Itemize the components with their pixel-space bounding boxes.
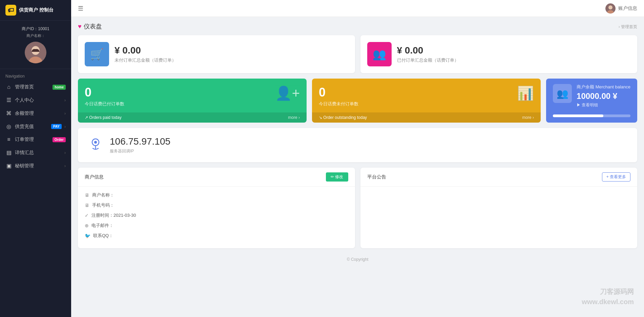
page-title: ♥ 仪表盘: [78, 22, 102, 30]
arrow-icon: ›: [64, 98, 66, 103]
ip-icon: [88, 136, 103, 154]
merchant-name-field: 🖥 商户名称：: [85, 192, 348, 198]
details-icon: ▤: [5, 149, 12, 156]
today-paid-icon: 👤+: [275, 85, 300, 101]
home-icon: ⌂: [5, 84, 12, 90]
register-time-label: 注册时间：2021-03-30: [91, 212, 136, 218]
monitor-icon: 🖥: [85, 192, 89, 198]
menu-toggle-button[interactable]: ☰: [78, 5, 83, 12]
sidebar: 🏷 供货商户 控制台 商户ID：10001 商户名称： Navigation ⌂…: [0, 0, 71, 317]
balance-progress: [553, 114, 630, 117]
announcement-title: 平台公告: [367, 174, 386, 180]
balance-icon: ⌘: [5, 110, 12, 117]
secrets-icon: ▣: [5, 163, 12, 169]
sidebar-item-label-home: 管理首页: [15, 84, 50, 90]
sidebar-item-balance[interactable]: ⌘ 余额管理 ›: [0, 107, 71, 120]
account-button[interactable]: 账户信息: [605, 3, 637, 14]
logo-icon: 🏷: [5, 5, 16, 16]
merchant-info-card: 商户信息 ✏ 修改 🖥 商户名称： 🖥 手机号码： ✓ 注册时间：2021-03…: [78, 168, 355, 248]
unpaid-amount: ¥ 0.00: [115, 45, 176, 56]
balance-card-icon: 👥: [553, 84, 572, 103]
orders-outstanding-text: ↘ Order outstanding today: [319, 115, 367, 120]
paid-label: 已付订单汇总金额（话费订单）: [397, 57, 459, 63]
sidebar-item-label-recharge: 供货充值: [15, 124, 48, 130]
arrow-icon-3: ›: [64, 124, 66, 129]
today-unpaid-label: 今日话费未付订单数: [319, 101, 358, 107]
email-icon: ⊕: [85, 223, 89, 228]
unpaid-orders-icon: 🛒: [85, 42, 109, 66]
today-paid-label: 今日话费已付订单数: [85, 101, 124, 107]
sidebar-item-orders[interactable]: ≡ 订单管理 Order: [0, 133, 71, 146]
heart-icon: ♥: [78, 23, 82, 30]
phone-icon: 🖥: [85, 203, 89, 208]
merchant-name: 商户名称：: [3, 33, 68, 38]
ip-section: 106.75.97.105 服务器回调IP: [78, 128, 637, 162]
avatar: [25, 42, 46, 63]
yellow-more-link[interactable]: more ›: [522, 115, 534, 120]
main-content: ♥ 仪表盘 › 管理首页 🛒 ¥ 0.00 未付订单汇总金额（话费订单） 👥 ¥…: [71, 17, 644, 317]
qq-field: 🐦 联系QQ：: [85, 233, 348, 239]
merchant-info-card-title: 商户信息: [85, 174, 104, 180]
merchant-id: 商户ID：10001: [3, 26, 68, 32]
email-label: 电子邮件：: [91, 223, 113, 229]
sidebar-item-secrets[interactable]: ▣ 秘钥管理 ›: [0, 159, 71, 172]
topbar-avatar: [605, 3, 616, 14]
register-time-field: ✓ 注册时间：2021-03-30: [85, 212, 348, 218]
orders-paid-today-text: ↗ Orders paid today: [85, 115, 122, 120]
bottom-row: 商户信息 ✏ 修改 🖥 商户名称： 🖥 手机号码： ✓ 注册时间：2021-03…: [78, 168, 637, 248]
arrow-icon-4: ›: [64, 150, 66, 155]
balance-card: 👥 商户余额 Merchant balance 10000.00 ¥ ▶ 查看明…: [546, 79, 637, 123]
today-unpaid-num: 0: [319, 85, 358, 100]
sidebar-item-details[interactable]: ▤ 详情汇总 ›: [0, 146, 71, 159]
arrow-icon-5: ›: [64, 164, 66, 168]
breadcrumb-home: 管理首页: [621, 24, 637, 29]
qq-label: 联系QQ：: [93, 233, 113, 239]
announcement-body: [360, 187, 638, 248]
svg-point-4: [608, 5, 612, 9]
sidebar-item-label-orders: 订单管理: [15, 136, 50, 143]
green-more-link[interactable]: more ›: [288, 115, 300, 120]
sidebar-item-label-balance: 余额管理: [15, 110, 62, 117]
sidebar-item-recharge[interactable]: ◎ 供货充值 PAY ›: [0, 120, 71, 133]
view-more-button[interactable]: + 查看更多: [602, 172, 630, 182]
arrow-icon-2: ›: [64, 111, 66, 116]
sidebar-item-label-secrets: 秘钥管理: [15, 163, 62, 169]
balance-amount: 10000.00 ¥: [577, 91, 630, 101]
topbar: ☰ 账户信息: [71, 0, 644, 17]
today-unpaid-card: 0 今日话费未付订单数 📊 ↘ Order outstanding today …: [312, 79, 541, 123]
main-area: ☰ 账户信息 ♥ 仪表盘 › 管理首页: [71, 0, 644, 317]
today-unpaid-icon: 📊: [517, 85, 534, 101]
nav-section-label: Navigation: [0, 69, 71, 81]
sidebar-item-home[interactable]: ⌂ 管理首页 home: [0, 81, 71, 93]
today-paid-card: 0 今日话费已付订单数 👤+ ↗ Orders paid today more …: [78, 79, 307, 123]
svg-point-7: [94, 141, 97, 144]
logo-text: 供货商户 控制台: [19, 7, 54, 13]
breadcrumb-link[interactable]: › 管理首页: [619, 23, 637, 30]
paid-orders-card: 👥 ¥ 0.00 已付订单汇总金额（话费订单）: [360, 35, 638, 73]
home-badge: home: [53, 85, 66, 90]
page-title-text: 仪表盘: [84, 22, 102, 30]
recharge-icon: ◎: [5, 123, 12, 130]
edit-merchant-button[interactable]: ✏ 修改: [326, 172, 348, 182]
sidebar-item-personal[interactable]: ☰ 个人中心 ›: [0, 93, 71, 107]
orders-icon: ≡: [5, 136, 12, 143]
email-field: ⊕ 电子邮件：: [85, 223, 348, 229]
merchant-info-sidebar: 商户ID：10001 商户名称：: [0, 21, 71, 69]
announcement-card: 平台公告 + 查看更多: [360, 168, 638, 248]
sidebar-logo: 🏷 供货商户 控制台: [0, 0, 71, 21]
pay-badge: PAY: [51, 124, 62, 129]
unpaid-orders-card: 🛒 ¥ 0.00 未付订单汇总金额（话费订单）: [78, 35, 355, 73]
paid-orders-icon: 👥: [367, 42, 392, 66]
sidebar-item-label-personal: 个人中心: [15, 97, 62, 103]
merchant-name-label: 商户名称：: [92, 192, 114, 198]
balance-link[interactable]: ▶ 查看明细: [577, 102, 630, 108]
stat-cards-row2: 0 今日话费已付订单数 👤+ ↗ Orders paid today more …: [78, 79, 637, 123]
account-label: 账户信息: [618, 5, 637, 12]
phone-field: 🖥 手机号码：: [85, 202, 348, 208]
ip-label: 服务器回调IP: [110, 148, 170, 154]
order-badge: Order: [53, 137, 66, 142]
copyright: © Copyright: [78, 254, 637, 265]
check-icon: ✓: [85, 213, 89, 218]
phone-label: 手机号码：: [92, 202, 114, 208]
unpaid-label: 未付订单汇总金额（话费订单）: [115, 57, 176, 63]
